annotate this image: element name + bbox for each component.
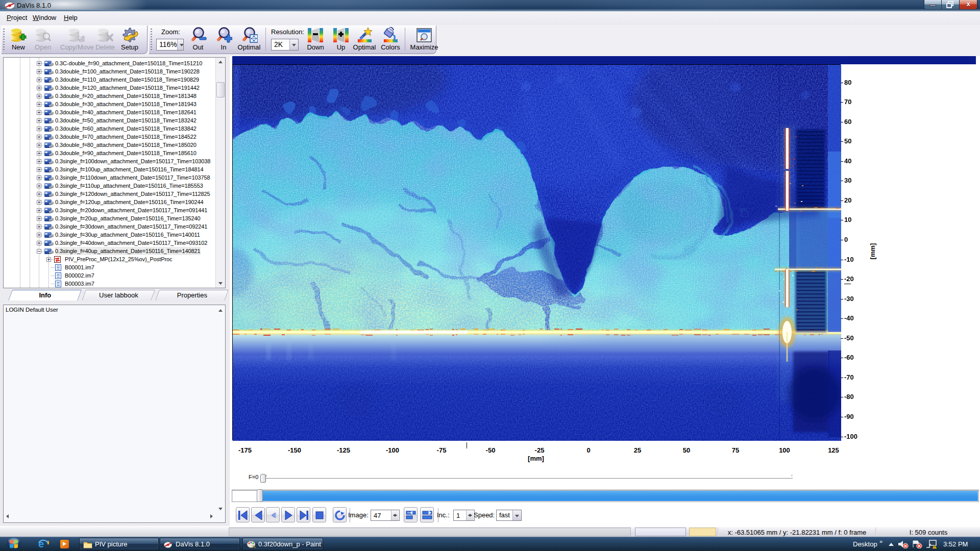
svg-text:!: ! (934, 545, 935, 548)
